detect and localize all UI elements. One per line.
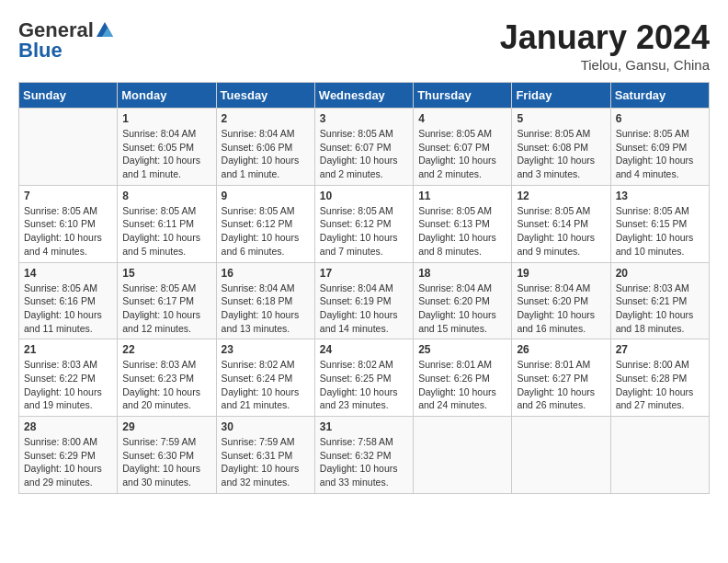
- calendar-cell: 15Sunrise: 8:05 AMSunset: 6:17 PMDayligh…: [118, 262, 216, 339]
- day-info: Sunrise: 7:59 AMSunset: 6:30 PMDaylight:…: [122, 435, 210, 489]
- day-info: Sunrise: 8:05 AMSunset: 6:17 PMDaylight:…: [122, 282, 210, 336]
- day-number: 19: [517, 267, 605, 280]
- day-number: 7: [24, 190, 112, 202]
- day-info: Sunrise: 8:04 AMSunset: 6:19 PMDaylight:…: [320, 282, 408, 336]
- header-friday: Friday: [512, 83, 610, 109]
- day-info: Sunrise: 8:02 AMSunset: 6:24 PMDaylight:…: [222, 358, 310, 412]
- day-number: 26: [517, 343, 605, 356]
- calendar-cell: 25Sunrise: 8:01 AMSunset: 6:26 PMDayligh…: [414, 339, 512, 417]
- day-number: 31: [320, 420, 408, 433]
- day-number: 14: [24, 267, 112, 280]
- calendar-week-row: 14Sunrise: 8:05 AMSunset: 6:16 PMDayligh…: [19, 262, 710, 339]
- calendar-cell: 8Sunrise: 8:05 AMSunset: 6:11 PMDaylight…: [118, 185, 216, 262]
- calendar-cell: 14Sunrise: 8:05 AMSunset: 6:16 PMDayligh…: [19, 262, 118, 339]
- calendar-cell: 3Sunrise: 8:05 AMSunset: 6:07 PMDaylight…: [314, 109, 413, 186]
- day-number: 13: [616, 190, 704, 202]
- day-info: Sunrise: 7:58 AMSunset: 6:32 PMDaylight:…: [320, 435, 408, 489]
- calendar-header-row: SundayMondayTuesdayWednesdayThursdayFrid…: [19, 83, 710, 109]
- day-info: Sunrise: 7:59 AMSunset: 6:31 PMDaylight:…: [222, 435, 310, 489]
- calendar-cell: 21Sunrise: 8:03 AMSunset: 6:22 PMDayligh…: [19, 339, 118, 417]
- day-info: Sunrise: 8:05 AMSunset: 6:12 PMDaylight:…: [320, 204, 408, 259]
- day-number: 22: [122, 343, 210, 356]
- day-number: 8: [122, 190, 210, 202]
- day-number: 3: [320, 112, 408, 125]
- calendar-cell: 23Sunrise: 8:02 AMSunset: 6:24 PMDayligh…: [216, 339, 314, 417]
- day-number: 12: [517, 190, 605, 202]
- day-number: 16: [222, 267, 310, 280]
- calendar-cell: 28Sunrise: 8:00 AMSunset: 6:29 PMDayligh…: [19, 417, 118, 494]
- day-number: 29: [122, 420, 210, 433]
- header-thursday: Thursday: [414, 83, 512, 109]
- calendar-cell: 10Sunrise: 8:05 AMSunset: 6:12 PMDayligh…: [314, 185, 413, 262]
- day-number: 2: [222, 112, 310, 125]
- calendar-week-row: 7Sunrise: 8:05 AMSunset: 6:10 PMDaylight…: [19, 185, 710, 262]
- location-title: Tielou, Gansu, China: [500, 57, 710, 73]
- calendar-cell: 17Sunrise: 8:04 AMSunset: 6:19 PMDayligh…: [314, 262, 413, 339]
- day-info: Sunrise: 8:01 AMSunset: 6:26 PMDaylight:…: [418, 358, 506, 412]
- calendar-cell: 5Sunrise: 8:05 AMSunset: 6:08 PMDaylight…: [512, 109, 610, 186]
- day-info: Sunrise: 8:05 AMSunset: 6:07 PMDaylight:…: [418, 127, 506, 181]
- calendar-cell: 12Sunrise: 8:05 AMSunset: 6:14 PMDayligh…: [512, 185, 610, 262]
- day-info: Sunrise: 8:05 AMSunset: 6:15 PMDaylight:…: [616, 204, 704, 259]
- header-sunday: Sunday: [19, 83, 118, 109]
- header-saturday: Saturday: [610, 83, 709, 109]
- day-info: Sunrise: 8:00 AMSunset: 6:28 PMDaylight:…: [616, 358, 704, 412]
- calendar-cell: 2Sunrise: 8:04 AMSunset: 6:06 PMDaylight…: [216, 109, 314, 186]
- calendar-week-row: 1Sunrise: 8:04 AMSunset: 6:05 PMDaylight…: [19, 109, 710, 186]
- day-number: 5: [517, 112, 605, 125]
- day-number: 17: [320, 267, 408, 280]
- day-number: 20: [616, 267, 704, 280]
- day-info: Sunrise: 8:03 AMSunset: 6:23 PMDaylight:…: [122, 358, 210, 412]
- calendar-cell: 9Sunrise: 8:05 AMSunset: 6:12 PMDaylight…: [216, 185, 314, 262]
- day-number: 6: [616, 112, 704, 125]
- day-number: 15: [122, 267, 210, 280]
- calendar-cell: 4Sunrise: 8:05 AMSunset: 6:07 PMDaylight…: [414, 109, 512, 186]
- day-number: 28: [24, 420, 112, 433]
- day-info: Sunrise: 8:04 AMSunset: 6:18 PMDaylight:…: [222, 282, 310, 336]
- day-info: Sunrise: 8:05 AMSunset: 6:11 PMDaylight:…: [122, 204, 210, 259]
- day-number: 25: [418, 343, 506, 356]
- calendar-cell: 29Sunrise: 7:59 AMSunset: 6:30 PMDayligh…: [118, 417, 216, 494]
- month-title: January 2024: [500, 18, 710, 57]
- header-wednesday: Wednesday: [314, 83, 413, 109]
- calendar-cell: 16Sunrise: 8:04 AMSunset: 6:18 PMDayligh…: [216, 262, 314, 339]
- calendar-table: SundayMondayTuesdayWednesdayThursdayFrid…: [18, 82, 710, 494]
- calendar-week-row: 21Sunrise: 8:03 AMSunset: 6:22 PMDayligh…: [19, 339, 710, 417]
- calendar-cell: 20Sunrise: 8:03 AMSunset: 6:21 PMDayligh…: [610, 262, 709, 339]
- day-info: Sunrise: 8:04 AMSunset: 6:06 PMDaylight:…: [222, 127, 310, 181]
- day-number: 1: [122, 112, 210, 125]
- calendar-cell: 11Sunrise: 8:05 AMSunset: 6:13 PMDayligh…: [414, 185, 512, 262]
- calendar-cell: 24Sunrise: 8:02 AMSunset: 6:25 PMDayligh…: [314, 339, 413, 417]
- calendar-cell: [512, 417, 610, 494]
- calendar-cell: [414, 417, 512, 494]
- calendar-cell: [19, 109, 118, 186]
- day-info: Sunrise: 8:04 AMSunset: 6:20 PMDaylight:…: [418, 282, 506, 336]
- page-header: General Blue January 2024 Tielou, Gansu,…: [18, 18, 710, 73]
- calendar-cell: 22Sunrise: 8:03 AMSunset: 6:23 PMDayligh…: [118, 339, 216, 417]
- title-block: January 2024 Tielou, Gansu, China: [500, 18, 710, 73]
- day-number: 21: [24, 343, 112, 356]
- day-number: 18: [418, 267, 506, 280]
- day-info: Sunrise: 8:03 AMSunset: 6:21 PMDaylight:…: [616, 282, 704, 336]
- day-info: Sunrise: 8:05 AMSunset: 6:09 PMDaylight:…: [616, 127, 704, 181]
- day-info: Sunrise: 8:05 AMSunset: 6:07 PMDaylight:…: [320, 127, 408, 181]
- logo-blue: Blue: [18, 39, 63, 63]
- day-info: Sunrise: 8:04 AMSunset: 6:20 PMDaylight:…: [517, 282, 605, 336]
- day-info: Sunrise: 8:05 AMSunset: 6:16 PMDaylight:…: [24, 282, 112, 336]
- calendar-cell: 26Sunrise: 8:01 AMSunset: 6:27 PMDayligh…: [512, 339, 610, 417]
- day-info: Sunrise: 8:01 AMSunset: 6:27 PMDaylight:…: [517, 358, 605, 412]
- calendar-cell: 18Sunrise: 8:04 AMSunset: 6:20 PMDayligh…: [414, 262, 512, 339]
- day-info: Sunrise: 8:05 AMSunset: 6:10 PMDaylight:…: [24, 204, 112, 259]
- day-info: Sunrise: 8:00 AMSunset: 6:29 PMDaylight:…: [24, 435, 112, 489]
- calendar-cell: 27Sunrise: 8:00 AMSunset: 6:28 PMDayligh…: [610, 339, 709, 417]
- calendar-cell: 6Sunrise: 8:05 AMSunset: 6:09 PMDaylight…: [610, 109, 709, 186]
- day-number: 4: [418, 112, 506, 125]
- calendar-week-row: 28Sunrise: 8:00 AMSunset: 6:29 PMDayligh…: [19, 417, 710, 494]
- calendar-cell: 1Sunrise: 8:04 AMSunset: 6:05 PMDaylight…: [118, 109, 216, 186]
- calendar-cell: 13Sunrise: 8:05 AMSunset: 6:15 PMDayligh…: [610, 185, 709, 262]
- day-info: Sunrise: 8:05 AMSunset: 6:13 PMDaylight:…: [418, 204, 506, 259]
- day-info: Sunrise: 8:04 AMSunset: 6:05 PMDaylight:…: [122, 127, 210, 181]
- day-number: 23: [222, 343, 310, 356]
- day-number: 30: [222, 420, 310, 433]
- header-monday: Monday: [118, 83, 216, 109]
